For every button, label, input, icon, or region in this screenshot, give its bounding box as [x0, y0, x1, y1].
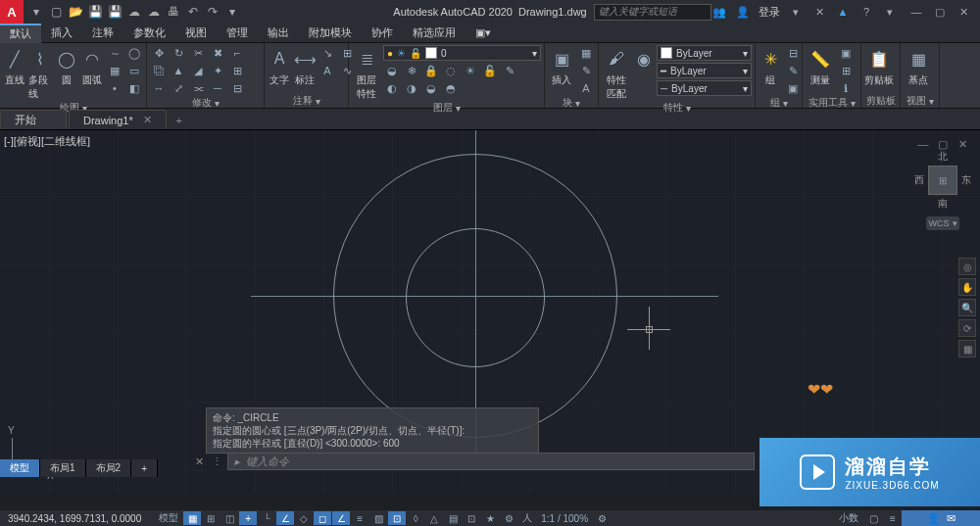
offset-icon[interactable]: ⫘ — [189, 80, 207, 96]
color-selector[interactable]: ByLayer▾ — [657, 45, 752, 61]
selectall-icon[interactable]: ▣ — [837, 45, 855, 61]
properties-palette-button[interactable]: ◉ — [634, 45, 654, 72]
customize-icon[interactable]: ≡ — [884, 511, 902, 525]
user-icon[interactable]: 👥 — [711, 4, 727, 20]
vp-minimize-icon[interactable]: — — [915, 138, 931, 150]
ortho-icon[interactable]: └ — [258, 511, 275, 525]
snap-toggle-icon[interactable]: ⊞ — [202, 511, 220, 525]
point-icon[interactable]: • — [106, 80, 123, 96]
help-icon[interactable]: ? — [858, 4, 874, 20]
layer-freeze-icon[interactable]: ❄ — [403, 63, 420, 78]
insert-block-button[interactable]: ▣插入 — [548, 45, 575, 87]
tab-default[interactable]: 默认 — [0, 24, 41, 43]
signin-icon[interactable]: 👤 — [735, 4, 751, 20]
vp-close-icon[interactable]: ✕ — [955, 138, 970, 150]
spline-icon[interactable]: ～ — [106, 45, 123, 61]
vp-maximize-icon[interactable]: ▢ — [935, 138, 951, 150]
arc-button[interactable]: ◠圆弧 — [80, 45, 104, 87]
plot-icon[interactable]: 🖶 — [165, 3, 182, 21]
stretch-icon[interactable]: ↔ — [150, 80, 168, 96]
trim-icon[interactable]: ✂ — [189, 45, 207, 61]
cloud-save-icon[interactable]: ☁ — [145, 3, 163, 21]
polar-icon[interactable]: ∠ — [276, 511, 294, 525]
group-button[interactable]: ✳组 — [759, 45, 782, 87]
mirror-icon[interactable]: ▲ — [170, 63, 187, 78]
tab-featured[interactable]: 精选应用 — [403, 24, 466, 43]
layer-prev-icon[interactable]: ◐ — [383, 80, 401, 96]
open-icon[interactable]: 📂 — [67, 3, 84, 21]
panel-expand-icon[interactable]: ▾ — [456, 103, 461, 114]
layer-merge-icon[interactable]: ◒ — [422, 80, 440, 96]
tab-parametric[interactable]: 参数化 — [123, 24, 175, 43]
nav-zoom-icon[interactable]: 🔍 — [958, 299, 976, 316]
view-cube[interactable]: 北 西⊞东 南 WCS▾ — [915, 150, 970, 230]
ellipse-icon[interactable]: ◯ — [125, 45, 143, 61]
saveas-icon[interactable]: 💾 — [106, 3, 123, 21]
attr-icon[interactable]: A — [577, 80, 595, 96]
matchprop-button[interactable]: 🖌特性 匹配 — [602, 45, 631, 101]
rectangle-icon[interactable]: ▭ — [125, 63, 143, 78]
text-button[interactable]: A文字 — [268, 45, 291, 87]
maximize-button[interactable]: ▢ — [929, 4, 951, 20]
osnap-icon[interactable]: ◻ — [314, 511, 331, 525]
ducs-icon[interactable]: △ — [425, 511, 443, 525]
minimize-button[interactable]: — — [906, 4, 927, 20]
layer-off-icon[interactable]: ◌ — [442, 63, 460, 78]
move-icon[interactable]: ✥ — [150, 45, 168, 61]
layer-selector[interactable]: ● ☀ 🔓 0 ▾ — [383, 45, 541, 61]
signin-label[interactable]: 登录 — [759, 5, 780, 20]
panel-expand-icon[interactable]: ▾ — [316, 96, 320, 107]
command-input[interactable]: ▸ 键入命令 — [227, 453, 755, 470]
mtext-icon[interactable]: A — [318, 63, 336, 78]
group-bb-icon[interactable]: ▣ — [784, 80, 802, 96]
tab-close-icon[interactable]: ✕ — [143, 114, 152, 126]
qat-dropdown-icon[interactable]: ▾ — [223, 3, 241, 21]
anno-vis-icon[interactable]: ★ — [481, 511, 499, 525]
nav-showmotion-icon[interactable]: ▦ — [958, 340, 976, 358]
lineweight-selector[interactable]: ━ByLayer▾ — [657, 63, 752, 78]
id-icon[interactable]: ℹ — [837, 80, 855, 96]
cloud-open-icon[interactable]: ☁ — [125, 3, 143, 21]
status-coords[interactable]: 3940.2434, 1699.7131, 0.0000 — [0, 513, 149, 524]
line-button[interactable]: ╱直线 — [3, 45, 26, 87]
circle-button[interactable]: ◯圆 — [55, 45, 78, 87]
dynamic-input-icon[interactable]: + — [239, 511, 257, 525]
nav-pan-icon[interactable]: ✋ — [958, 278, 976, 296]
qp-icon[interactable]: ⊡ — [463, 511, 480, 525]
qat-menu-icon[interactable]: ▾ — [27, 3, 45, 21]
zoom-display[interactable]: 1:1 / 100% — [537, 511, 592, 525]
gear-icon[interactable]: ⚙ — [593, 511, 611, 525]
tab-overflow-icon[interactable]: ▣▾ — [466, 24, 501, 43]
panel-expand-icon[interactable]: ▾ — [686, 103, 691, 114]
viewport-label[interactable]: [-][俯视][二维线框] — [4, 134, 90, 149]
panel-expand-icon[interactable]: ▾ — [929, 96, 934, 107]
otrack-icon[interactable]: ∠ — [332, 511, 350, 525]
layer-properties-button[interactable]: ≣图层 特性 — [352, 45, 381, 101]
anno-scale-icon[interactable]: 人 — [518, 511, 536, 525]
layout-2[interactable]: 布局2 — [86, 459, 132, 477]
dimension-button[interactable]: ⟷标注 — [293, 45, 317, 87]
array-icon[interactable]: ⊞ — [228, 63, 246, 78]
tab-insert[interactable]: 插入 — [41, 24, 82, 43]
iso-icon[interactable]: ◇ — [295, 511, 313, 525]
model-button[interactable]: 模型 — [155, 511, 182, 525]
tab-addins[interactable]: 附加模块 — [299, 24, 362, 43]
transparency-icon[interactable]: ▨ — [369, 511, 387, 525]
units-label[interactable]: 小数 — [835, 511, 862, 525]
region-icon[interactable]: ◧ — [125, 80, 143, 96]
tab-add-button[interactable]: + — [169, 112, 190, 129]
apps-dropdown-icon[interactable]: ▾ — [788, 4, 804, 20]
layout-add[interactable]: + — [131, 459, 158, 477]
explode-icon[interactable]: ✦ — [209, 63, 226, 78]
lwt-icon[interactable]: ≡ — [351, 511, 368, 525]
layer-match-icon[interactable]: ✎ — [501, 63, 518, 78]
close-button[interactable]: ✕ — [953, 4, 974, 20]
save-icon[interactable]: 💾 — [86, 3, 104, 21]
edit-block-icon[interactable]: ✎ — [577, 63, 595, 78]
break-icon[interactable]: ⊟ — [228, 80, 246, 96]
wcs-label[interactable]: WCS▾ — [926, 216, 959, 230]
tab-collab[interactable]: 协作 — [362, 24, 403, 43]
group-edit-icon[interactable]: ✎ — [784, 63, 802, 78]
scale-icon[interactable]: ⤢ — [170, 80, 187, 96]
tab-output[interactable]: 输出 — [258, 24, 299, 43]
